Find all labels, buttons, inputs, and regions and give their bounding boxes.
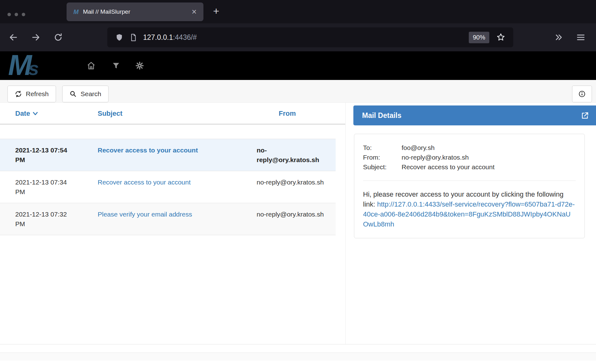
mail-date: 2021-12-13 07:54 PM xyxy=(0,145,75,165)
mailslurper-logo: Ms xyxy=(8,49,39,82)
mail-details-card: To:foo@ory.sh From:no-reply@ory.kratos.s… xyxy=(354,134,585,238)
mail-from: no-reply@ory.kratos.sh xyxy=(241,145,336,165)
horizontal-scrollbar-track[interactable] xyxy=(0,352,596,361)
mail-details-title: Mail Details xyxy=(353,105,596,125)
home-button[interactable] xyxy=(87,61,95,70)
filter-button[interactable] xyxy=(112,61,120,70)
zoom-indicator[interactable]: 90% xyxy=(469,32,489,43)
field-subject: Subject:Recover access to your account xyxy=(363,162,576,172)
url-text: 127.0.0.1:4436/# xyxy=(143,33,197,42)
info-icon xyxy=(578,90,586,98)
column-header-subject[interactable]: Subject xyxy=(98,110,122,118)
shield-icon[interactable] xyxy=(115,33,123,42)
field-from: From:no-reply@ory.kratos.sh xyxy=(363,152,576,162)
open-external-icon[interactable] xyxy=(581,111,589,120)
back-button[interactable] xyxy=(9,33,18,42)
field-subject-value: Recover access to your account xyxy=(402,163,495,170)
mail-from: no-reply@ory.kratos.sh xyxy=(241,209,336,229)
bottom-divider xyxy=(0,344,596,344)
screen: M Mail // MailSlurper × + 127.0.0.1:4436… xyxy=(0,0,596,364)
mail-from-text: no-reply@ory.kratos.sh xyxy=(257,209,324,219)
refresh-button-label: Refresh xyxy=(26,90,49,98)
field-from-value: no-reply@ory.kratos.sh xyxy=(402,154,469,161)
logo-s: s xyxy=(28,58,39,79)
search-button[interactable]: Search xyxy=(62,86,109,102)
mail-details-panel: Mail Details To:foo@ory.sh From:no-reply… xyxy=(353,103,596,344)
bookmark-star-icon[interactable] xyxy=(496,33,505,42)
column-header-date-label: Date xyxy=(15,110,30,118)
mail-list-panel: Date Subject From 2021-12-13 07:54 PM Re… xyxy=(0,103,345,344)
new-tab-button[interactable]: + xyxy=(213,5,219,17)
browser-tab[interactable]: M Mail // MailSlurper × xyxy=(67,2,203,21)
mail-details-header: Mail Details xyxy=(353,105,596,125)
mail-subject-link[interactable]: Please verify your email address xyxy=(75,209,241,229)
window-zoom-button[interactable] xyxy=(22,13,25,16)
mail-list-header: Date Subject From xyxy=(0,103,345,124)
panel-divider xyxy=(345,103,346,344)
logo-m: M xyxy=(8,49,31,81)
mail-row[interactable]: 2021-12-13 07:34 PM Recover access to yo… xyxy=(0,171,336,203)
mail-from-text: no-reply@ory.kratos.sh xyxy=(257,177,324,187)
column-header-from[interactable]: From xyxy=(279,110,296,118)
tab-title: Mail // MailSlurper xyxy=(83,8,192,15)
mail-subject-link[interactable]: Recover access to your account xyxy=(75,177,241,197)
browser-toolbar: 127.0.0.1:4436/# 90% xyxy=(0,23,596,51)
mail-date: 2021-12-13 07:32 PM xyxy=(0,209,75,229)
tab-close-button[interactable]: × xyxy=(192,8,197,16)
field-from-label: From: xyxy=(363,152,402,162)
settings-gear-icon[interactable] xyxy=(135,61,144,70)
sort-caret-down-icon xyxy=(33,112,38,115)
mail-from-text: no-reply@ory.kratos.sh xyxy=(257,145,325,165)
url-host: 127.0.0.1 xyxy=(143,33,173,41)
mail-from: no-reply@ory.kratos.sh xyxy=(241,177,336,197)
field-to: To:foo@ory.sh xyxy=(363,143,576,152)
column-header-date[interactable]: Date xyxy=(15,110,38,118)
window-minimize-button[interactable] xyxy=(15,13,18,16)
app-menu-button[interactable] xyxy=(576,33,585,42)
mail-row-selected[interactable]: 2021-12-13 07:54 PM Recover access to yo… xyxy=(0,139,336,171)
search-button-label: Search xyxy=(81,90,101,98)
url-bar[interactable]: 127.0.0.1:4436/# 90% xyxy=(107,27,513,47)
window-controls xyxy=(7,13,25,16)
field-subject-label: Subject: xyxy=(363,162,402,172)
forward-button[interactable] xyxy=(31,33,40,42)
mail-body: Hi, please recover access to your accoun… xyxy=(363,189,576,229)
window-close-button[interactable] xyxy=(7,13,11,16)
reload-button[interactable] xyxy=(54,33,63,42)
url-path: :4436/# xyxy=(173,33,197,41)
search-icon xyxy=(69,90,77,98)
mail-row[interactable]: 2021-12-13 07:32 PM Please verify your e… xyxy=(0,203,336,235)
field-to-value: foo@ory.sh xyxy=(402,144,435,151)
browser-tab-bar: M Mail // MailSlurper × + xyxy=(0,0,596,23)
page-info-icon[interactable] xyxy=(129,33,137,42)
mail-rows: 2021-12-13 07:54 PM Recover access to yo… xyxy=(0,139,345,235)
mail-subject-link[interactable]: Recover access to your account xyxy=(75,145,241,165)
recovery-link[interactable]: http://127.0.0.1:4433/self-service/recov… xyxy=(363,200,575,228)
field-to-label: To: xyxy=(363,143,402,152)
info-button[interactable] xyxy=(572,86,592,102)
mail-date: 2021-12-13 07:34 PM xyxy=(0,177,75,197)
mailslurper-header: Ms xyxy=(0,51,596,80)
mailslurper-favicon-icon: M xyxy=(73,8,79,16)
action-toolbar: Refresh Search xyxy=(0,80,596,103)
refresh-icon xyxy=(15,90,22,98)
details-divider xyxy=(363,180,576,181)
refresh-button[interactable]: Refresh xyxy=(7,86,56,102)
overflow-menu-button[interactable] xyxy=(554,33,564,42)
